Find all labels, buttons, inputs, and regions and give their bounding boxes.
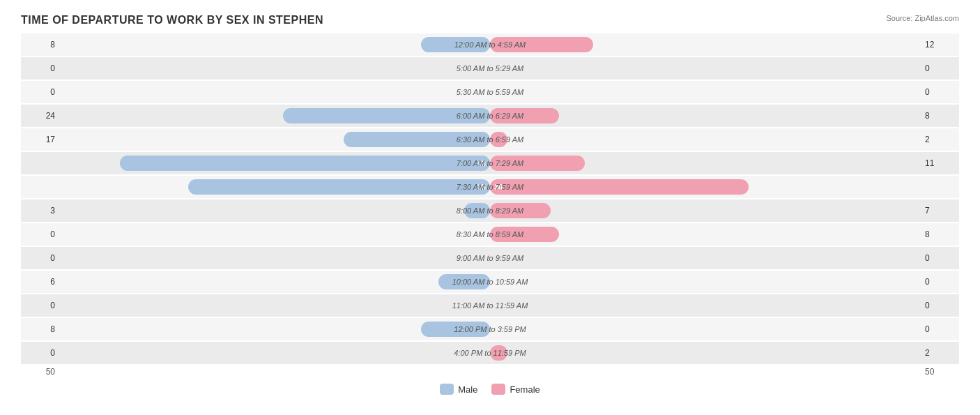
time-label: 7:30 AM to 7:59 AM <box>457 183 523 191</box>
time-label: 6:00 AM to 6:29 AM <box>457 112 523 120</box>
chart-row: 176:30 AM to 6:59 AM2 <box>21 128 959 151</box>
bars-area: 12:00 PM to 3:59 PM <box>59 318 921 340</box>
male-bar-wrap: 43 <box>120 156 490 171</box>
female-value: 0 <box>921 63 959 73</box>
bars-area: 9:00 AM to 9:59 AM <box>59 247 921 269</box>
female-value: 2 <box>921 348 959 358</box>
male-value: 0 <box>21 348 59 358</box>
male-value: 24 <box>21 111 59 121</box>
bars-area: 6:30 AM to 6:59 AM <box>59 128 921 151</box>
time-label: 6:30 AM to 6:59 AM <box>457 135 523 144</box>
female-bar-wrap: 30 <box>490 179 749 195</box>
female-value: 0 <box>921 277 959 287</box>
bars-area: 4:00 PM to 11:59 PM <box>59 342 921 364</box>
male-bar: 43 <box>120 156 490 171</box>
axis-labels: 50 50 <box>21 367 959 377</box>
bars-area: 10:00 AM to 10:59 AM <box>59 271 921 293</box>
female-value: 0 <box>921 253 959 263</box>
legend-male: Male <box>440 384 477 395</box>
female-value: 0 <box>921 324 959 334</box>
time-label: 5:00 AM to 5:29 AM <box>457 64 523 73</box>
male-bar-wrap: 35 <box>188 179 490 195</box>
bars-area: 5:30 AM to 5:59 AM <box>59 81 921 103</box>
bars-area: 8:00 AM to 8:29 AM <box>59 199 921 222</box>
time-label: 9:00 AM to 9:59 AM <box>457 254 523 262</box>
bars-area: 5:00 AM to 5:29 AM <box>59 57 921 80</box>
bars-area: 12:00 AM to 4:59 AM <box>59 33 921 56</box>
source-label: Source: ZipAtlas.com <box>886 14 959 22</box>
chart-row: 38:00 AM to 8:29 AM7 <box>21 199 959 222</box>
time-label: 5:30 AM to 5:59 AM <box>457 88 523 96</box>
female-value: 8 <box>921 111 959 121</box>
chart-row: 7:00 AM to 7:29 AM4311 <box>21 152 959 174</box>
bars-area: 7:00 AM to 7:29 AM43 <box>59 152 921 174</box>
legend-female: Female <box>491 384 539 395</box>
female-value: 2 <box>921 135 959 144</box>
legend: Male Female <box>21 384 959 395</box>
legend-male-box <box>440 384 454 395</box>
axis-left: 50 <box>21 367 59 377</box>
chart-row: 610:00 AM to 10:59 AM0 <box>21 271 959 293</box>
chart-row: 011:00 AM to 11:59 AM0 <box>21 294 959 317</box>
male-value: 6 <box>21 277 59 287</box>
chart-row: 09:00 AM to 9:59 AM0 <box>21 247 959 269</box>
bars-area: 11:00 AM to 11:59 AM <box>59 294 921 317</box>
male-value: 0 <box>21 229 59 239</box>
chart-row: 812:00 AM to 4:59 AM12 <box>21 33 959 56</box>
time-label: 8:30 AM to 8:59 AM <box>457 230 523 239</box>
bars-area: 7:30 AM to 7:59 AM3530 <box>59 176 921 198</box>
chart-row: 812:00 PM to 3:59 PM0 <box>21 318 959 340</box>
chart-row: 7:30 AM to 7:59 AM3530 <box>21 176 959 198</box>
chart-row: 246:00 AM to 6:29 AM8 <box>21 105 959 127</box>
chart-row: 08:30 AM to 8:59 AM8 <box>21 223 959 246</box>
bars-area: 6:00 AM to 6:29 AM <box>59 105 921 127</box>
axis-right: 50 <box>921 367 959 377</box>
male-value: 17 <box>21 135 59 144</box>
male-value: 0 <box>21 87 59 97</box>
time-label: 10:00 AM to 10:59 AM <box>452 278 528 286</box>
male-value: 0 <box>21 253 59 263</box>
male-value: 8 <box>21 40 59 50</box>
male-value: 0 <box>21 301 59 310</box>
female-value: 7 <box>921 206 959 216</box>
time-label: 12:00 PM to 3:59 PM <box>454 325 526 333</box>
time-label: 4:00 PM to 11:59 PM <box>454 349 526 357</box>
female-value: 0 <box>921 87 959 97</box>
bars-area: 8:30 AM to 8:59 AM <box>59 223 921 246</box>
male-value: 3 <box>21 206 59 216</box>
chart-title: TIME OF DEPARTURE TO WORK BY SEX IN STEP… <box>21 14 959 27</box>
time-label: 11:00 AM to 11:59 AM <box>452 301 528 310</box>
female-value: 12 <box>921 40 959 50</box>
male-value: 8 <box>21 324 59 334</box>
female-value: 11 <box>921 158 959 168</box>
female-value: 0 <box>921 301 959 310</box>
chart-row: 05:30 AM to 5:59 AM0 <box>21 81 959 103</box>
chart-row: 05:00 AM to 5:29 AM0 <box>21 57 959 80</box>
time-label: 12:00 AM to 4:59 AM <box>454 40 526 49</box>
legend-female-box <box>491 384 505 395</box>
time-label: 7:00 AM to 7:29 AM <box>457 159 523 167</box>
chart-row: 04:00 PM to 11:59 PM2 <box>21 342 959 364</box>
male-value: 0 <box>21 63 59 73</box>
legend-male-label: Male <box>458 384 477 395</box>
female-value: 8 <box>921 229 959 239</box>
chart-container: TIME OF DEPARTURE TO WORK BY SEX IN STEP… <box>21 14 959 395</box>
chart-area: 812:00 AM to 4:59 AM1205:00 AM to 5:29 A… <box>21 33 959 364</box>
female-bar: 30 <box>490 179 749 195</box>
legend-female-label: Female <box>510 384 539 395</box>
time-label: 8:00 AM to 8:29 AM <box>457 206 523 215</box>
male-bar: 35 <box>188 179 490 195</box>
